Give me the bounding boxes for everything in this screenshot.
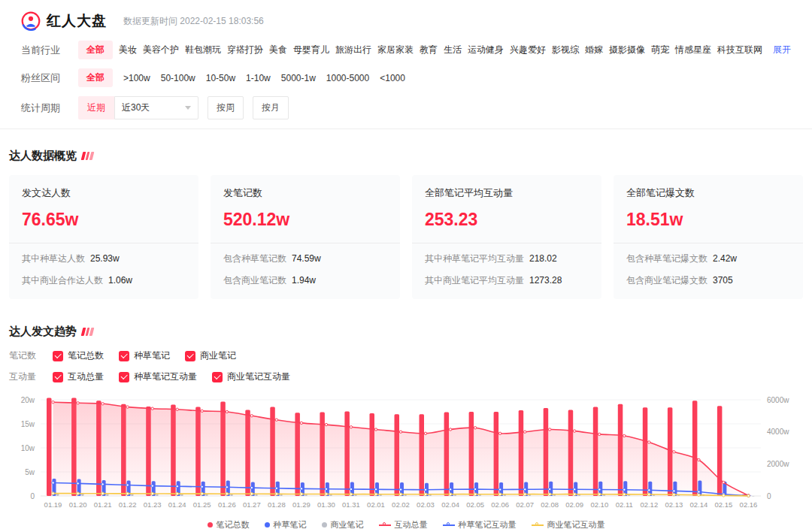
svg-text:15w: 15w [21,420,35,428]
svg-text:02.04: 02.04 [441,500,459,509]
industry-option[interactable]: 穿搭打扮 [227,41,263,59]
svg-text:02.14: 02.14 [690,500,708,509]
industry-option[interactable]: 鞋包潮玩 [185,41,221,59]
legend-item-commercial-engagement[interactable]: 商业笔记互动量 [532,519,605,529]
legend-item-seeding-notes[interactable]: 种草笔记 [265,519,307,529]
svg-text:01.28: 01.28 [268,500,286,509]
checkbox-checked-icon[interactable] [212,372,223,382]
checkbox-engagement-total[interactable]: 互动总量 [53,370,104,383]
filter-panel: 当前行业 全部 美妆 美容个护 鞋包潮玩 穿搭打扮 美食 母婴育儿 旅游出行 家… [0,38,812,119]
period-dropdown[interactable]: 近30天 [114,96,198,119]
industry-option[interactable]: 美食 [269,41,287,59]
by-week-button[interactable]: 按周 [208,96,244,119]
period-control: 近期 近30天 [78,96,198,119]
svg-text:01.29: 01.29 [292,500,311,509]
fans-filter-label: 粉丝区间 [21,71,65,85]
industry-option[interactable]: 婚嫁 [585,41,603,59]
industry-option[interactable]: 母婴育儿 [293,41,329,59]
industry-option[interactable]: 旅游出行 [335,41,371,59]
industry-option[interactable]: 教育 [420,41,438,59]
checkbox-checked-icon[interactable] [119,372,129,382]
svg-text:01.22: 01.22 [119,500,137,509]
industry-option[interactable]: 情感星座 [675,41,711,59]
legend-item-engagement-total[interactable]: 互动总量 [379,519,428,529]
checkbox-seeding-notes[interactable]: 种草笔记 [119,349,170,362]
svg-text:6000w: 6000w [767,396,789,404]
note-checkbox-row: 笔记数 笔记总数 种草笔记 商业笔记 [9,349,803,362]
trend-chart: 05w10w15w20w02000w4000w6000w01.1901.2001… [9,394,803,514]
svg-text:02.07: 02.07 [516,500,534,509]
fans-option[interactable]: 5000-1w [281,70,316,86]
svg-text:0: 0 [30,492,35,500]
svg-text:01.19: 01.19 [44,500,62,509]
card-sub-row: 包含商业笔记爆文数 3705 [626,274,790,287]
accent-bars-icon [81,328,94,336]
legend-item-commercial-notes[interactable]: 商业笔记 [322,519,364,529]
checkbox-checked-icon[interactable] [53,372,63,382]
fans-option[interactable]: 10-50w [206,70,235,86]
svg-text:02.02: 02.02 [392,500,410,509]
section-divider [0,128,812,129]
industry-option-all[interactable]: 全部 [78,41,113,59]
legend-item-note-total[interactable]: 笔记总数 [208,519,250,529]
industry-option[interactable]: 兴趣爱好 [510,41,546,59]
industry-option[interactable]: 萌宠 [651,41,669,59]
fans-option[interactable]: >100w [123,70,150,86]
card-divider [9,243,198,243]
fans-option[interactable]: 50-100w [161,70,195,86]
legend-item-seeding-engagement[interactable]: 种草笔记互动量 [443,519,517,529]
checkbox-commercial-engagement[interactable]: 商业笔记互动量 [212,370,290,383]
svg-text:01.27: 01.27 [243,500,261,509]
period-dropdown-value: 近30天 [122,101,150,114]
industry-option[interactable]: 美妆 [119,41,137,59]
svg-text:02.09: 02.09 [565,500,583,509]
fans-option[interactable]: 1-10w [246,70,271,86]
trend-title-text: 达人发文趋势 [9,325,77,339]
engagement-checkbox-row: 互动量 互动总量 种草笔记互动量 商业笔记互动量 [9,370,803,383]
svg-text:02.12: 02.12 [640,500,658,509]
fans-option[interactable]: <1000 [380,70,405,86]
legend-line-icon [443,524,455,526]
note-row-label: 笔记数 [9,349,42,362]
stat-card-authors: 发文达人数 76.65w 其中种草达人数 25.93w 其中商业合作达人数 1.… [9,175,198,299]
industry-option[interactable]: 影视综 [552,41,579,59]
svg-text:01.21: 01.21 [94,500,112,509]
industry-option[interactable]: 运动健身 [468,41,504,59]
card-divider [211,243,400,243]
checkbox-checked-icon[interactable] [185,351,195,361]
legend-line-icon [532,524,544,526]
expand-link[interactable]: 展开 [773,44,791,56]
overview-title-text: 达人数据概览 [9,149,77,163]
trend-section-title: 达人发文趋势 [9,325,803,339]
industry-options: 全部 美妆 美容个护 鞋包潮玩 穿搭打扮 美食 母婴育儿 旅游出行 家居家装 教… [78,41,765,59]
engagement-row-label: 互动量 [9,370,42,383]
card-value: 18.51w [626,210,790,230]
period-filter-label: 统计周期 [21,101,65,115]
recent-tag[interactable]: 近期 [78,96,114,119]
by-month-button[interactable]: 按月 [253,96,289,119]
stat-card-viral-notes: 全部笔记爆文数 18.51w 包含种草笔记爆文数 2.42w 包含商业笔记爆文数… [614,175,803,299]
industry-option[interactable]: 摄影摄像 [609,41,645,59]
checkbox-note-total[interactable]: 笔记总数 [53,349,104,362]
svg-text:02.11: 02.11 [616,500,633,509]
svg-text:01.26: 01.26 [218,500,236,509]
checkbox-checked-icon[interactable] [53,351,63,361]
fans-option[interactable]: 1000-5000 [326,70,369,86]
checkbox-commercial-notes[interactable]: 商业笔记 [185,349,236,362]
industry-option[interactable]: 科技互联网 [717,41,762,59]
industry-filter-label: 当前行业 [21,44,65,57]
card-sub-row: 包含商业笔记数 1.94w [223,274,387,287]
card-divider [412,243,601,243]
checkbox-checked-icon[interactable] [119,351,129,361]
svg-text:02.06: 02.06 [491,500,509,509]
app-logo-icon [21,11,41,31]
svg-text:02.15: 02.15 [715,500,733,509]
fans-option-all[interactable]: 全部 [78,68,113,87]
svg-text:20w: 20w [21,396,35,404]
overview-cards: 发文达人数 76.65w 其中种草达人数 25.93w 其中商业合作达人数 1.… [9,175,803,299]
industry-option[interactable]: 生活 [444,41,462,59]
industry-option[interactable]: 美容个护 [143,41,179,59]
checkbox-seeding-engagement[interactable]: 种草笔记互动量 [119,370,197,383]
svg-text:02.13: 02.13 [665,500,683,509]
industry-option[interactable]: 家居家装 [377,41,414,59]
